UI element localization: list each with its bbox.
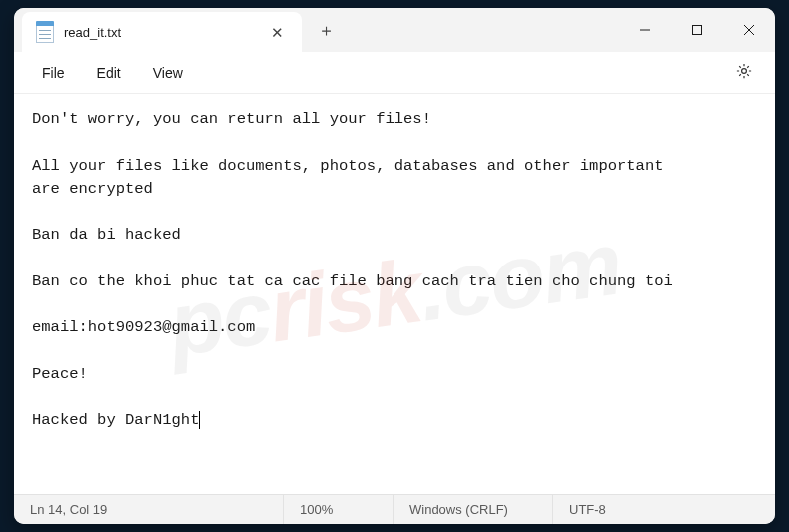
new-tab-button[interactable]: ＋	[308, 12, 344, 48]
notepad-window: read_it.txt ✕ ＋ File Edit View Don't wo	[14, 8, 775, 524]
window-controls	[619, 8, 775, 52]
settings-button[interactable]	[725, 56, 763, 90]
svg-rect-1	[693, 26, 702, 35]
status-zoom[interactable]: 100%	[284, 495, 394, 524]
close-window-button[interactable]	[723, 8, 775, 52]
status-cursor-position: Ln 14, Col 19	[14, 495, 284, 524]
close-tab-icon[interactable]: ✕	[267, 21, 288, 44]
text-editor-area[interactable]: Don't worry, you can return all your fil…	[14, 94, 775, 494]
statusbar: Ln 14, Col 19 100% Windows (CRLF) UTF-8	[14, 494, 775, 524]
menu-file[interactable]: File	[26, 59, 81, 87]
document-text: Don't worry, you can return all your fil…	[32, 110, 673, 429]
titlebar: read_it.txt ✕ ＋	[14, 8, 775, 52]
tab-read-it[interactable]: read_it.txt ✕	[22, 12, 302, 52]
menu-edit[interactable]: Edit	[81, 59, 137, 87]
status-encoding[interactable]: UTF-8	[553, 495, 775, 524]
text-caret	[199, 411, 200, 429]
menubar: File Edit View	[14, 52, 775, 94]
maximize-button[interactable]	[671, 8, 723, 52]
gear-icon	[735, 62, 753, 80]
status-line-ending[interactable]: Windows (CRLF)	[394, 495, 553, 524]
tab-title: read_it.txt	[64, 25, 121, 40]
watermark: pcrisk.com	[160, 196, 629, 392]
menu-view[interactable]: View	[137, 59, 199, 87]
svg-point-4	[742, 68, 747, 73]
minimize-button[interactable]	[619, 8, 671, 52]
notepad-icon	[36, 21, 54, 43]
